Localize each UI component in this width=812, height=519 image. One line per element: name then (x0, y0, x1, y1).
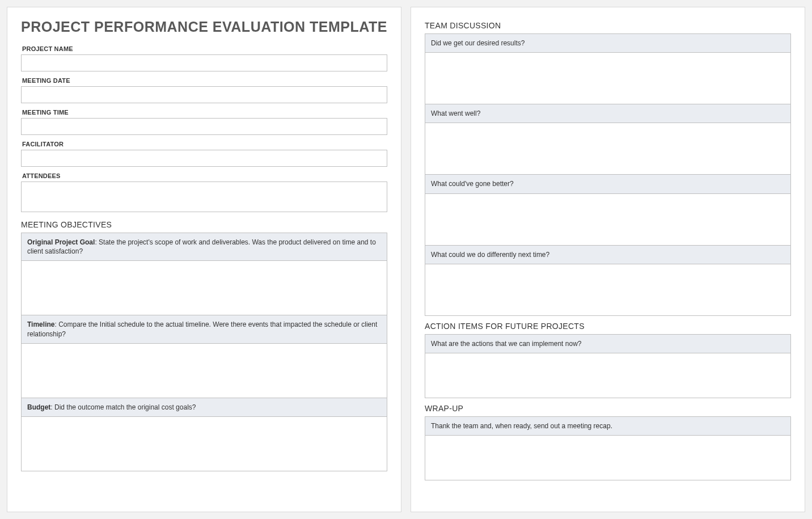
heading-wrapup: WRAP-UP (425, 404, 791, 413)
input-facilitator[interactable] (21, 150, 387, 167)
input-attendees[interactable] (21, 182, 387, 212)
label-attendees: ATTENDEES (22, 172, 387, 179)
label-facilitator: FACILITATOR (22, 141, 387, 147)
heading-actions: ACTION ITEMS FOR FUTURE PROJECTS (425, 322, 791, 331)
wrapup-item: Thank the team and, when ready, send out… (425, 416, 791, 480)
heading-discussion: TEAM DISCUSSION (425, 21, 791, 30)
objective-item: Budget: Did the outcome match the origin… (21, 398, 387, 471)
wrapup-response[interactable] (425, 436, 790, 480)
discussion-prompt: What could've gone better? (425, 175, 790, 193)
objective-item: Original Project Goal: State the project… (21, 233, 387, 315)
input-project-name[interactable] (21, 54, 387, 71)
discussion-prompt: Did we get our desired results? (425, 34, 790, 53)
objective-response[interactable] (22, 344, 387, 398)
page-1: PROJECT PERFORMANCE EVALUATION TEMPLATE … (7, 7, 401, 512)
discussion-response[interactable] (425, 264, 790, 315)
objective-prompt: Original Project Goal: State the project… (22, 233, 387, 261)
wrapup-prompt: Thank the team and, when ready, send out… (425, 417, 790, 436)
objective-prompt: Timeline: Compare the Initial schedule t… (22, 315, 387, 343)
discussion-item: Did we get our desired results? (425, 33, 791, 104)
heading-objectives: MEETING OBJECTIVES (21, 220, 387, 229)
discussion-prompt: What went well? (425, 104, 790, 123)
wrapup-group: Thank the team and, when ready, send out… (425, 416, 791, 480)
objective-item: Timeline: Compare the Initial schedule t… (21, 315, 387, 398)
label-meeting-date: MEETING DATE (22, 77, 387, 84)
input-meeting-date[interactable] (21, 86, 387, 103)
page-2: TEAM DISCUSSION Did we get our desired r… (411, 7, 805, 512)
discussion-prompt: What could we do differently next time? (425, 246, 790, 264)
label-project-name: PROJECT NAME (22, 45, 387, 52)
discussion-item: What went well? (425, 104, 791, 175)
objectives-group: Original Project Goal: State the project… (21, 233, 387, 471)
document: PROJECT PERFORMANCE EVALUATION TEMPLATE … (7, 7, 805, 512)
objective-prompt: Budget: Did the outcome match the origin… (22, 398, 387, 417)
discussion-item: What could've gone better? (425, 175, 791, 245)
action-response[interactable] (425, 353, 790, 398)
discussion-response[interactable] (425, 194, 790, 245)
action-item: What are the actions that we can impleme… (425, 334, 791, 398)
label-meeting-time: MEETING TIME (22, 109, 387, 116)
actions-group: What are the actions that we can impleme… (425, 334, 791, 398)
discussion-response[interactable] (425, 53, 790, 104)
discussion-item: What could we do differently next time? (425, 246, 791, 316)
action-prompt: What are the actions that we can impleme… (425, 335, 790, 353)
objective-response[interactable] (22, 417, 387, 471)
input-meeting-time[interactable] (21, 118, 387, 135)
discussion-response[interactable] (425, 123, 790, 174)
objective-response[interactable] (22, 261, 387, 315)
discussion-group: Did we get our desired results? What wen… (425, 33, 791, 316)
page-title: PROJECT PERFORMANCE EVALUATION TEMPLATE (21, 19, 387, 35)
